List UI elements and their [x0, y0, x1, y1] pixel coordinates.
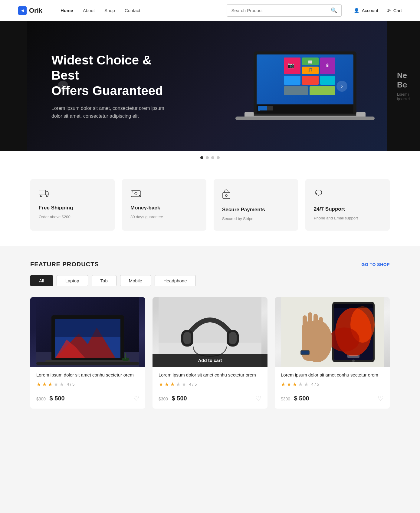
svg-rect-14 [320, 76, 335, 85]
svg-point-29 [139, 195, 140, 196]
hero-dot-4[interactable] [217, 156, 220, 159]
svg-rect-13 [302, 76, 319, 85]
svg-rect-50 [229, 332, 237, 344]
nav-about[interactable]: About [83, 8, 95, 13]
hero-dot-2[interactable] [206, 156, 209, 159]
hero-laptop-image: 📷 📰 🎵 🗓 [235, 45, 375, 142]
product-stars-0: ★ ★ ★ ★ ★ 4 / 5 [36, 381, 139, 388]
product-stars-2: ★ ★ ★ ★ ★ 4 / 5 [281, 381, 384, 388]
svg-rect-16 [310, 86, 335, 95]
svg-text:🎵: 🎵 [308, 67, 313, 72]
svg-rect-42 [36, 362, 139, 365]
product-card-2: Lorem ipsum dolor sit amet conhu sectetu… [275, 297, 390, 409]
product-grid: Lorem ipsum dolor sit amet conhu sectetu… [30, 297, 390, 409]
brand-name: Orik [29, 7, 42, 15]
product-image-2 [275, 297, 390, 367]
hero-dot-1[interactable] [200, 156, 203, 159]
hero-heading: Widest Choice & Best Offers Guaranteed [51, 53, 172, 98]
feature-sub-3: Phone and Email support [314, 216, 381, 220]
hero-prev-button[interactable]: › [57, 81, 68, 92]
product-info-1: Lorem ipsum dolor sit amet conhu sectetu… [153, 367, 267, 403]
svg-text:📷: 📷 [287, 62, 294, 69]
filter-tab[interactable]: Tab [92, 275, 116, 286]
product-prices-0: $300 $ 500 [36, 395, 65, 402]
hero-section: Widest Choice & Best Offers Guaranteed L… [0, 21, 420, 164]
hero-prev-slide [0, 21, 27, 151]
money-back-icon [130, 189, 198, 199]
support-icon [314, 189, 381, 201]
svg-rect-30 [223, 192, 230, 199]
nav-contact[interactable]: Contact [125, 8, 140, 13]
svg-rect-22 [260, 110, 350, 113]
product-price-row-0: $300 $ 500 ♡ [36, 391, 139, 403]
svg-point-24 [40, 195, 42, 197]
wishlist-button-1[interactable]: ♡ [255, 395, 261, 403]
feature-title-3: 24/7 Support [314, 206, 381, 212]
hero-next-button[interactable]: › [336, 81, 347, 92]
product-image-1: Add to cart [153, 297, 267, 367]
add-to-cart-1[interactable]: Add to cart [153, 354, 267, 367]
price-old-2: $300 [281, 396, 290, 401]
products-section: FEATURE PRODUCTS GO TO SHOP All Laptop T… [0, 246, 420, 424]
nav-actions: 👤 Account 🛍 Cart [354, 8, 402, 13]
rating-text-2: 4 / 5 [311, 382, 319, 386]
nav-shop[interactable]: Shop [104, 8, 115, 13]
svg-rect-63 [303, 315, 307, 332]
logo-icon: ◂ [18, 6, 27, 15]
cart-icon: 🛍 [387, 8, 391, 13]
svg-rect-59 [334, 304, 373, 308]
product-stars-1: ★ ★ ★ ★ ★ 4 / 5 [159, 381, 261, 388]
product-prices-2: $300 $ 500 [281, 395, 309, 402]
product-prices-1: $300 $ 500 [159, 395, 187, 402]
wishlist-button-2[interactable]: ♡ [378, 395, 384, 403]
svg-point-28 [132, 192, 133, 192]
hero-main-slide: Widest Choice & Best Offers Guaranteed L… [27, 21, 387, 151]
nav-links: Home About Shop Contact [61, 8, 140, 13]
svg-point-25 [46, 195, 48, 197]
filter-laptop[interactable]: Laptop [57, 275, 88, 286]
svg-text:🗓: 🗓 [325, 63, 330, 68]
svg-rect-66 [319, 317, 323, 330]
secure-payments-icon [222, 189, 290, 201]
hero-dots [0, 151, 420, 164]
logo[interactable]: ◂ Orik [18, 6, 48, 15]
svg-rect-65 [313, 314, 318, 330]
products-header: FEATURE PRODUCTS GO TO SHOP [30, 261, 390, 268]
product-info-0: Lorem ipsum dolor sit amet conhu sectetu… [30, 367, 145, 403]
feature-money-back: Money-back 30 days guarantee [122, 179, 206, 231]
price-old-0: $300 [36, 396, 46, 401]
svg-rect-48 [183, 332, 191, 344]
filter-mobile[interactable]: Mobile [120, 275, 151, 286]
feature-sub-0: Order above $200 [39, 215, 106, 219]
shipping-icon [39, 189, 106, 199]
svg-point-60 [352, 360, 355, 362]
filter-headphone[interactable]: Headphone [155, 275, 196, 286]
go-to-shop-link[interactable]: GO TO SHOP [362, 262, 390, 267]
search-button[interactable]: 🔍 [326, 5, 341, 16]
hero-dot-3[interactable] [211, 156, 214, 159]
svg-point-31 [225, 195, 227, 196]
svg-text:📰: 📰 [308, 60, 313, 64]
price-new-1: $ 500 [172, 395, 187, 402]
search-bar: 🔍 [227, 4, 342, 17]
svg-rect-40 [55, 319, 120, 337]
cart-label: Cart [393, 8, 402, 13]
wishlist-button-0[interactable]: ♡ [133, 395, 139, 403]
rating-text-0: 4 / 5 [67, 382, 74, 386]
product-price-row-1: $300 $ 500 ♡ [159, 391, 261, 403]
product-info-2: Lorem ipsum dolor sit amet conhu sectetu… [275, 367, 390, 403]
filter-tabs: All Laptop Tab Mobile Headphone [30, 275, 390, 286]
cart-button[interactable]: 🛍 Cart [387, 8, 402, 13]
svg-point-27 [135, 192, 137, 195]
filter-all[interactable]: All [30, 275, 53, 286]
nav-home[interactable]: Home [61, 8, 73, 13]
account-button[interactable]: 👤 Account [354, 8, 378, 13]
account-icon: 👤 [354, 8, 359, 13]
hero-text: Widest Choice & Best Offers Guaranteed L… [51, 53, 172, 120]
rating-text-1: 4 / 5 [189, 382, 197, 386]
products-title: FEATURE PRODUCTS [30, 261, 99, 268]
search-input[interactable] [227, 5, 326, 16]
svg-rect-12 [284, 76, 300, 85]
feature-title-0: Free Shipping [39, 205, 106, 211]
svg-rect-15 [284, 86, 308, 95]
